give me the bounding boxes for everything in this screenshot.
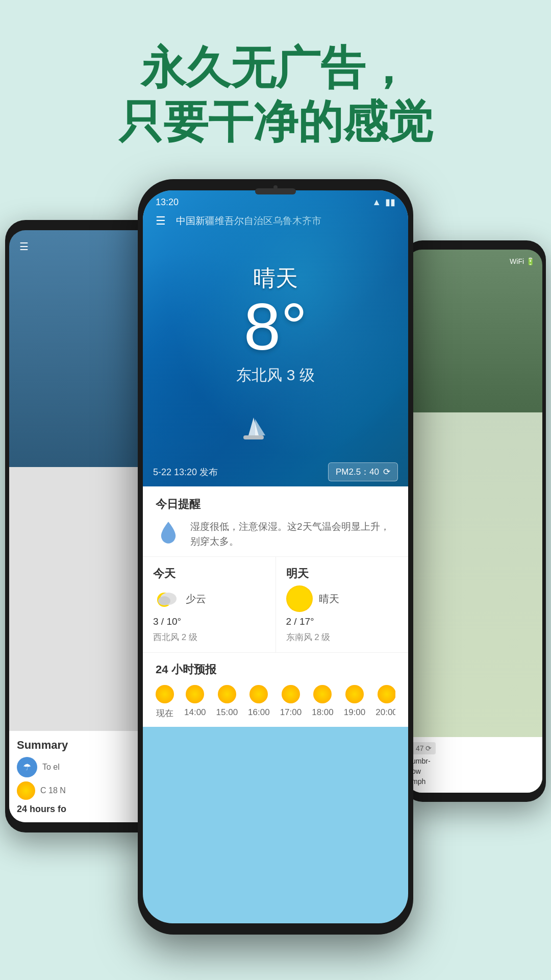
left-phone-item1: ☂ To el [17,757,146,777]
24h-forecast-title: 24 小时预报 [156,662,395,677]
hour-sun-icon-20 [378,685,395,703]
badge-value: 47 [416,744,424,752]
headline-line2: 只要干净的感觉 [118,96,433,147]
app-header: 永久无广告， 只要干净的感觉 [0,0,551,179]
svg-point-5 [158,596,170,605]
today-temp: 3 / 10° [153,616,265,627]
hour-label-17: 17:00 [280,707,302,718]
tomorrow-forecast: 明天 晴天 2 / 17° 东南风 2 级 [276,557,409,652]
right-phone-text2: ow [412,767,537,775]
weather-temperature: 8° [143,293,408,360]
center-phone: 13:20 ▲ ▮▮ ☰ 中国新疆维吾尔自治区乌鲁木齐市 晴天 8° 东北风 3… [138,179,413,935]
reminder-content: 湿度很低，注意保湿。这2天气温会明显上升，别穿太多。 [156,520,395,549]
hour-item-14: 14:00 [184,685,206,719]
hour-sun-icon-15 [218,685,236,703]
forecast-row: 今天 少云 3 / 10° 西北风 2 级 [143,557,408,653]
tomorrow-wind: 东南风 2 级 [286,631,398,643]
tomorrow-icon-wrap: 晴天 [286,585,398,612]
hour-item-18: 18:00 [312,685,334,719]
weather-footer: 5-22 13:20 发布 PM2.5：40 ⟳ [143,457,408,486]
today-condition: 少云 [186,592,206,606]
tomorrow-condition: 晴天 [319,592,339,606]
sun-icon [286,585,313,612]
left-phone-screen: ☰ Summary ☂ To el C 18 N 24 hours fo [9,230,154,822]
left-phone-item2-text: C 18 N [40,786,66,795]
hour-label-16: 16:00 [248,707,270,718]
today-forecast: 今天 少云 3 / 10° 西北风 2 级 [143,557,276,652]
right-phone-text3: mph [412,777,537,786]
hour-sun-icon-18 [313,685,332,703]
hour-sun-icon-16 [249,685,268,703]
tomorrow-temp: 2 / 17° [286,616,398,627]
umbrella-icon: ☂ [17,757,37,777]
reminder-text: 湿度很低，注意保湿。这2天气温会明显上升，别穿太多。 [190,520,395,549]
tomorrow-label: 明天 [286,566,398,581]
hour-item-now: 现在 [156,685,174,719]
today-wind: 西北风 2 级 [153,631,265,643]
reminder-title: 今日提醒 [156,497,395,512]
right-phone-text1: umbr- [412,757,537,765]
boat-icon [236,415,277,446]
water-drop-icon [156,520,181,545]
summary-label: Summary [17,739,146,752]
24h-forecast: 24 小时预报 现在 14:00 15:00 [143,653,408,727]
today-icon-wrap: 少云 [153,585,265,612]
hour-sun-icon-17 [282,685,300,703]
content-area: 今日提醒 湿度很低，注意保湿。这2天气温会明显上升，别穿太多。 今天 [143,486,408,727]
pm25-badge: PM2.5：40 ⟳ [328,462,398,481]
left-phone-item1-text: To el [42,763,60,772]
hour-sun-icon [156,685,174,703]
pm25-value: PM2.5：40 [336,466,379,478]
today-label: 今天 [153,566,265,581]
right-phone-bottom: 47 ⟳ umbr- ow mph [407,737,542,793]
sun-icon-small [17,781,35,800]
left-phone: ☰ Summary ☂ To el C 18 N 24 hours fo [5,220,158,832]
hour-sun-icon-14 [186,685,204,703]
hour-item-19: 19:00 [344,685,366,719]
hour-item-17: 17:00 [280,685,302,719]
hour-item-15: 15:00 [216,685,238,719]
weather-section: 13:20 ▲ ▮▮ ☰ 中国新疆维吾尔自治区乌鲁木齐市 晴天 8° 东北风 3… [143,190,408,486]
phone-camera [273,185,278,189]
right-phone-badge: 47 ⟳ [412,742,436,754]
phones-container: ☰ Summary ☂ To el C 18 N 24 hours fo WiF… [0,179,551,945]
hour-label-20: 20:00 [375,707,395,718]
weather-content: 晴天 8° 东北风 3 级 [143,233,408,386]
hour-label-15: 15:00 [216,707,238,718]
refresh-icon[interactable]: ⟳ [383,467,390,477]
today-reminder: 今日提醒 湿度很低，注意保湿。这2天气温会明显上升，别穿太多。 [143,486,408,557]
headline-line1: 永久无广告， [141,42,410,93]
hour-item-20: 20:00 [375,685,395,719]
left-phone-menu-icon: ☰ [19,240,29,253]
left-phone-bottom: Summary ☂ To el C 18 N 24 hours fo [9,731,154,822]
right-phone-screen: WiFi 🔋 47 ⟳ umbr- ow mph [407,250,542,793]
center-phone-screen: 13:20 ▲ ▮▮ ☰ 中国新疆维吾尔自治区乌鲁木齐市 晴天 8° 东北风 3… [143,190,408,923]
hour-item-16: 16:00 [248,685,270,719]
publish-time: 5-22 13:20 发布 [153,466,218,478]
svg-marker-1 [255,419,265,435]
headline-text: 永久无广告， 只要干净的感觉 [0,41,551,149]
hour-sun-icon-19 [345,685,364,703]
partly-cloudy-icon [153,585,180,612]
hour-label-18: 18:00 [312,707,334,718]
hours-row: 现在 14:00 15:00 16:00 [156,685,395,719]
hour-label-now: 现在 [156,707,173,719]
hour-label-14: 14:00 [184,707,206,718]
hour-label-19: 19:00 [344,707,366,718]
right-phone: WiFi 🔋 47 ⟳ umbr- ow mph [403,240,546,802]
right-phone-wifi-icon: WiFi 🔋 [510,257,535,265]
weather-wind: 东北风 3 级 [143,365,408,386]
svg-rect-2 [243,435,264,439]
left-phone-item2: C 18 N [17,781,146,800]
left-phone-24h-label: 24 hours fo [17,804,146,815]
